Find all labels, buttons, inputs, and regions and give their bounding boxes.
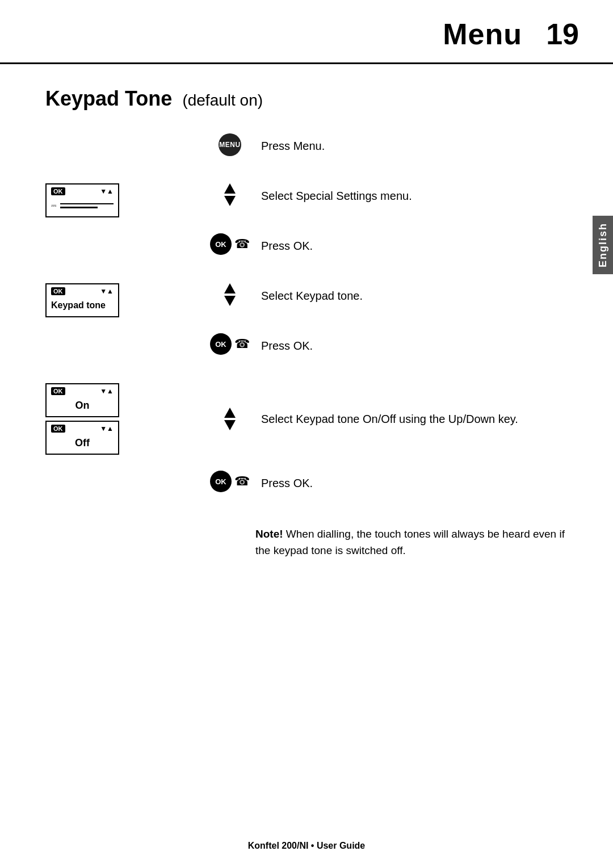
screen-arrows-on: ▼▲ xyxy=(100,387,114,395)
screen-ok-label-2: OK xyxy=(51,287,65,295)
note-bold: Note! xyxy=(255,528,283,540)
step-6-instruction: Select Keypad tone On/Off using the Up/D… xyxy=(255,411,568,427)
english-tab: English xyxy=(593,216,613,274)
step-6-screens: OK ▼▲ On OK ▼▲ Off xyxy=(45,383,204,455)
step-4-screen: OK ▼▲ Keypad tone xyxy=(45,283,204,317)
arrow-up-icon xyxy=(224,183,236,194)
ok-button-icon-3[interactable]: OK xyxy=(210,471,232,492)
step-5-instruction: Press OK. xyxy=(255,333,568,354)
step-6-nav xyxy=(204,408,255,430)
note-section: Note! When dialling, the touch tones wil… xyxy=(255,526,568,559)
screen-arrows-off: ▼▲ xyxy=(100,425,114,433)
step-7-nav: OK ☎ xyxy=(204,471,255,492)
keypad-tone-screen: OK ▼▲ Keypad tone xyxy=(45,283,119,317)
phone-icon-2: ☎ xyxy=(234,337,250,351)
phone-icon-3: ☎ xyxy=(234,474,250,489)
page-number: 19 xyxy=(545,17,579,51)
off-screen: OK ▼▲ Off xyxy=(45,421,119,455)
header-title: Menu xyxy=(443,17,522,51)
main-content: Keypad Tone (default on) MENU Press Menu… xyxy=(0,64,613,581)
nav-arrows-pair-3 xyxy=(224,408,236,430)
keypad-tone-label: Keypad tone xyxy=(51,299,106,312)
arrow-down-icon-2 xyxy=(224,296,236,306)
arrow-down-icon xyxy=(224,196,236,206)
step-1-instruction: Press Menu. xyxy=(255,133,568,154)
ok-phone-group: OK ☎ xyxy=(210,233,250,255)
screen-nav-arrows-2: ▼▲ xyxy=(100,287,114,295)
step-2-nav xyxy=(204,183,255,206)
step-6: OK ▼▲ On OK ▼▲ Off xyxy=(45,383,568,455)
step-2: OK ▼▲ ⎓ Sel xyxy=(45,183,568,217)
step-1-mid: MENU xyxy=(204,133,255,156)
page-header: Menu 19 xyxy=(0,0,613,64)
step-4-instruction: Select Keypad tone. xyxy=(255,283,568,304)
footer-text: Konftel 200/NI • User Guide xyxy=(248,841,366,850)
ok-phone-group-3: OK ☎ xyxy=(210,471,250,492)
section-subtitle: (default on) xyxy=(182,91,263,109)
note-text: When dialling, the touch tones will alwa… xyxy=(255,528,565,556)
screen-ok-off: OK xyxy=(51,425,65,433)
arrow-up-icon-3 xyxy=(224,408,236,418)
screen-ok-on: OK xyxy=(51,387,65,395)
ok-phone-group-2: OK ☎ xyxy=(210,333,250,355)
ok-button-icon-2[interactable]: OK xyxy=(210,333,232,355)
step-3-instruction: Press OK. xyxy=(255,233,568,254)
step-2-screen: OK ▼▲ ⎓ xyxy=(45,183,204,217)
on-off-screens: OK ▼▲ On OK ▼▲ Off xyxy=(45,383,119,455)
special-settings-screen: OK ▼▲ ⎓ xyxy=(45,183,119,217)
page-footer: Konftel 200/NI • User Guide xyxy=(0,841,613,851)
on-label: On xyxy=(75,399,90,413)
step-3: OK ☎ Press OK. xyxy=(45,233,568,267)
screen-ok-label: OK xyxy=(51,187,65,195)
step-7: OK ☎ Press OK. xyxy=(45,471,568,505)
menu-button-icon[interactable]: MENU xyxy=(219,133,241,156)
section-title-main: Keypad Tone xyxy=(45,87,172,110)
step-7-instruction: Press OK. xyxy=(255,471,568,491)
step-2-instruction: Select Special Settings menu. xyxy=(255,183,568,204)
section-title: Keypad Tone (default on) xyxy=(45,87,568,111)
ok-button-icon[interactable]: OK xyxy=(210,233,232,255)
steps-container: MENU Press Menu. OK ▼▲ ⎓ xyxy=(45,133,568,521)
arrow-up-icon-2 xyxy=(224,283,236,293)
step-1: MENU Press Menu. xyxy=(45,133,568,167)
nav-arrows-pair xyxy=(224,183,236,206)
phone-icon: ☎ xyxy=(234,237,250,251)
step-5-nav: OK ☎ xyxy=(204,333,255,355)
step-4: OK ▼▲ Keypad tone Select Keypad tone. xyxy=(45,283,568,317)
step-4-nav xyxy=(204,283,255,306)
screen-nav-arrows: ▼▲ xyxy=(100,187,114,195)
arrow-down-icon-3 xyxy=(224,420,236,430)
on-screen: OK ▼▲ On xyxy=(45,383,119,417)
plug-icon: ⎓ xyxy=(51,200,57,211)
step-3-nav: OK ☎ xyxy=(204,233,255,255)
off-label: Off xyxy=(75,436,90,450)
nav-arrows-pair-2 xyxy=(224,283,236,306)
step-5: OK ☎ Press OK. xyxy=(45,333,568,367)
